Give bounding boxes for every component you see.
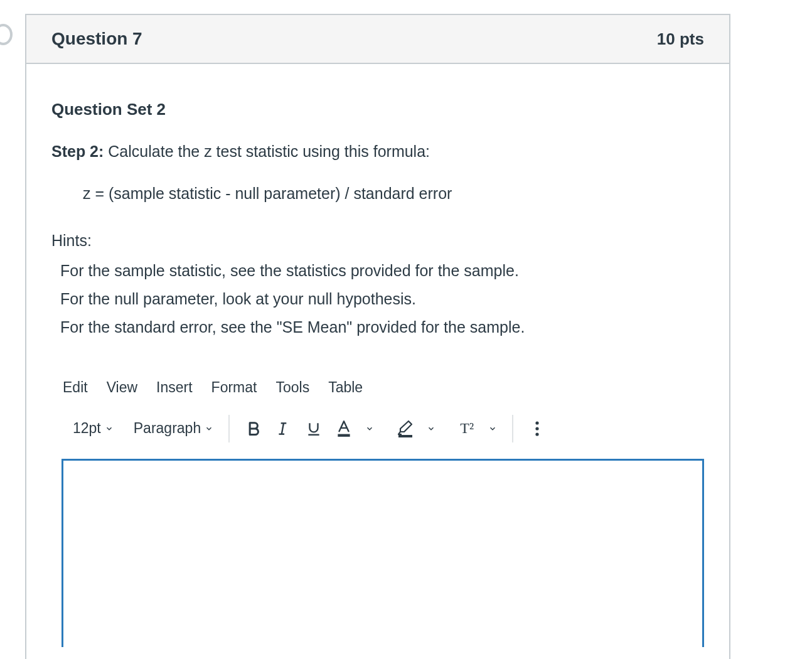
bold-icon bbox=[245, 420, 262, 437]
menu-edit[interactable]: Edit bbox=[63, 379, 88, 396]
hint-item: For the sample statistic, see the statis… bbox=[60, 257, 704, 285]
hint-item: For the null parameter, look at your nul… bbox=[60, 285, 704, 313]
chevron-down-icon bbox=[427, 424, 435, 433]
menu-view[interactable]: View bbox=[107, 379, 137, 396]
font-size-label: 12pt bbox=[73, 420, 101, 437]
svg-point-6 bbox=[536, 421, 539, 424]
italic-icon bbox=[275, 421, 292, 437]
text-color-icon bbox=[336, 419, 352, 438]
superscript-dropdown[interactable] bbox=[484, 416, 501, 441]
answer-textarea[interactable] bbox=[61, 459, 704, 647]
chevron-down-icon bbox=[205, 424, 213, 433]
highlighter-icon bbox=[397, 419, 414, 438]
more-options-button[interactable] bbox=[525, 416, 550, 441]
menu-format[interactable]: Format bbox=[211, 379, 257, 396]
kebab-menu-icon bbox=[535, 421, 540, 437]
bold-button[interactable] bbox=[241, 416, 266, 441]
hints-label: Hints: bbox=[51, 228, 704, 253]
step-instruction: Step 2: Calculate the z test statistic u… bbox=[51, 139, 704, 164]
step-text: Calculate the z test statistic using thi… bbox=[104, 142, 430, 160]
chevron-down-icon bbox=[488, 424, 497, 433]
menu-tools[interactable]: Tools bbox=[275, 379, 309, 396]
chevron-down-icon bbox=[365, 424, 374, 433]
step-label: Step 2: bbox=[51, 142, 104, 160]
block-format-label: Paragraph bbox=[134, 420, 201, 437]
underline-button[interactable] bbox=[301, 416, 326, 441]
chevron-down-icon bbox=[105, 424, 114, 433]
font-size-dropdown[interactable]: 12pt bbox=[69, 416, 117, 441]
question-header: Question 7 10 pts bbox=[26, 15, 729, 64]
question-card: Question 7 10 pts Question Set 2 Step 2:… bbox=[25, 14, 730, 659]
block-format-dropdown[interactable]: Paragraph bbox=[130, 416, 217, 441]
editor-toolbar: 12pt Paragraph bbox=[51, 410, 704, 456]
italic-button[interactable] bbox=[271, 416, 296, 441]
toolbar-divider bbox=[512, 415, 513, 442]
menu-table[interactable]: Table bbox=[328, 379, 363, 396]
superscript-button[interactable]: T² bbox=[454, 416, 479, 441]
hint-item: For the standard error, see the "SE Mean… bbox=[60, 313, 704, 341]
question-set-title: Question Set 2 bbox=[51, 97, 704, 122]
question-body: Question Set 2 Step 2: Calculate the z t… bbox=[26, 64, 729, 341]
formula-text: z = (sample statistic - null parameter) … bbox=[51, 181, 704, 206]
svg-point-8 bbox=[536, 432, 539, 436]
highlight-color-dropdown[interactable] bbox=[423, 416, 439, 441]
menu-insert[interactable]: Insert bbox=[156, 379, 193, 396]
highlight-color-button[interactable] bbox=[393, 416, 418, 441]
question-title: Question 7 bbox=[51, 29, 142, 49]
toolbar-divider bbox=[228, 415, 230, 442]
svg-rect-4 bbox=[338, 434, 350, 436]
svg-point-7 bbox=[536, 427, 539, 430]
underline-icon bbox=[306, 421, 322, 437]
text-color-dropdown[interactable] bbox=[361, 416, 378, 441]
hints-list: For the sample statistic, see the statis… bbox=[51, 257, 704, 341]
question-marker-icon bbox=[0, 24, 13, 45]
superscript-icon: T² bbox=[460, 420, 474, 437]
rich-text-editor: Edit View Insert Format Tools Table 12pt bbox=[51, 377, 704, 456]
question-points: 10 pts bbox=[657, 29, 704, 49]
text-color-button[interactable] bbox=[331, 416, 356, 441]
editor-menu-bar: Edit View Insert Format Tools Table bbox=[51, 377, 704, 410]
svg-rect-5 bbox=[398, 435, 412, 437]
svg-line-0 bbox=[282, 423, 284, 434]
